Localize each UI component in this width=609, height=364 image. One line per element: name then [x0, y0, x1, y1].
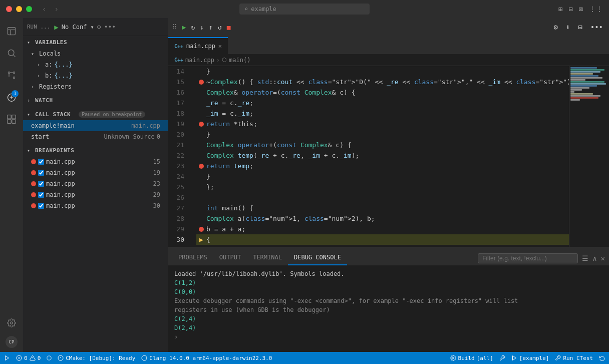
- bp-checkbox-1[interactable]: [38, 170, 44, 176]
- line-gutter-19: [196, 122, 206, 127]
- sidebar-item-search[interactable]: [3, 44, 21, 62]
- split-icon[interactable]: ⊟: [568, 5, 572, 13]
- tab-close-button[interactable]: ✕: [218, 43, 222, 50]
- code-line-17[interactable]: _re = c._re;: [196, 98, 569, 108]
- callstack-item-start[interactable]: start Unknown Source 0: [23, 131, 168, 142]
- svg-point-1: [8, 50, 14, 56]
- continue-button[interactable]: ▶: [180, 22, 188, 32]
- sidebar-item-explorer[interactable]: [3, 22, 21, 40]
- titlebar-actions: ⊞ ⊟ ⊠ ⋮⋮: [558, 5, 603, 13]
- current-line-arrow: ▶: [199, 234, 203, 245]
- breakpoint-4[interactable]: main.cpp 30: [23, 200, 168, 211]
- maximize-button[interactable]: [26, 6, 32, 12]
- code-line-22[interactable]: Complex temp(_re + c._re, _im + c._im);: [196, 150, 569, 161]
- code-content[interactable]: } ~Complex() { std::cout << class="str">…: [192, 66, 569, 247]
- variables-section-header[interactable]: ▾ VARIABLES: [23, 36, 168, 48]
- function-icon: ⬡: [222, 57, 227, 63]
- variable-b[interactable]: › b: {...}: [23, 70, 168, 81]
- breadcrumb: C++ main.cpp › ⬡ main(): [168, 54, 609, 66]
- stop-button[interactable]: ■: [225, 23, 233, 32]
- registers-item[interactable]: › Registers: [23, 81, 168, 92]
- code-line-23[interactable]: return temp;: [196, 161, 569, 171]
- layout-icon[interactable]: ⊞: [558, 5, 562, 13]
- status-cmake[interactable]: CMake: [Debug]: Ready: [58, 355, 135, 361]
- breakpoint-3[interactable]: main.cpp 29: [23, 189, 168, 200]
- code-line-16[interactable]: Complex& operator=(const Complex& c) {: [196, 87, 569, 98]
- status-sync-icon[interactable]: [599, 355, 605, 361]
- debug-config[interactable]: No Conf ▾: [62, 24, 94, 31]
- filter-icon[interactable]: ☰: [582, 254, 588, 262]
- code-editor[interactable]: 1415161718192021222324252627282930 } ~Co…: [168, 66, 609, 247]
- step-into-button[interactable]: ↓: [198, 23, 206, 32]
- status-example[interactable]: [example]: [511, 355, 549, 361]
- debug-more-icon[interactable]: •••: [104, 23, 116, 31]
- close-button[interactable]: [6, 6, 12, 12]
- back-button[interactable]: ‹: [40, 4, 48, 14]
- debug-gear-icon[interactable]: ⚙: [97, 23, 101, 31]
- code-line-27[interactable]: int main() {: [196, 203, 569, 213]
- breadcrumb-symbol[interactable]: ⬡ main(): [222, 57, 250, 64]
- search-bar[interactable]: ⌕ example: [239, 4, 370, 15]
- variable-a[interactable]: › a: {...}: [23, 59, 168, 70]
- code-line-25[interactable]: };: [196, 182, 569, 192]
- download-button[interactable]: ⬇: [564, 22, 572, 32]
- step-over-button[interactable]: ↻: [189, 23, 197, 32]
- locals-item[interactable]: ▾ Locals: [23, 48, 168, 59]
- status-errors[interactable]: 0 0: [16, 355, 41, 361]
- bp-checkbox-0[interactable]: [38, 159, 44, 165]
- code-line-18[interactable]: _im = c._im;: [196, 108, 569, 119]
- tab-debug-console[interactable]: DEBUG CONSOLE: [288, 250, 347, 265]
- panel-icon[interactable]: ⊠: [579, 5, 583, 13]
- bp-checkbox-4[interactable]: [38, 203, 44, 209]
- code-line-20[interactable]: }: [196, 129, 569, 140]
- minimize-button[interactable]: [16, 6, 22, 12]
- callstack-section-header[interactable]: ▾ CALL STACK Paused on breakpoint: [23, 108, 168, 120]
- status-debug-icon[interactable]: [4, 355, 10, 361]
- step-out-button[interactable]: ↑: [207, 23, 215, 32]
- status-clang[interactable]: Clang 14.0.0 arm64-apple-darwin22.3.0: [141, 355, 272, 361]
- panel-filter-input[interactable]: [478, 253, 578, 263]
- console-line-5: C(2,4): [174, 314, 603, 323]
- code-line-28[interactable]: Complex a(class="num">1, class="num">2),…: [196, 213, 569, 224]
- split-editor-button[interactable]: ⊟: [576, 22, 584, 32]
- callstack-item-main[interactable]: example!main main.cpp: [23, 120, 168, 131]
- code-line-15[interactable]: ~Complex() { std::cout << class="str">"D…: [196, 77, 569, 87]
- sidebar-item-extensions[interactable]: [3, 110, 21, 128]
- tab-terminal[interactable]: TERMINAL: [247, 250, 288, 265]
- status-build-icon[interactable]: [499, 355, 505, 361]
- status-run-ctest[interactable]: Run CTest: [555, 355, 593, 361]
- sidebar-item-scm[interactable]: [3, 66, 21, 84]
- collapse-icon[interactable]: ∧: [592, 254, 596, 262]
- settings-icon[interactable]: [3, 314, 21, 332]
- tab-problems[interactable]: PROBLEMS: [172, 250, 213, 265]
- code-line-26[interactable]: [196, 192, 569, 203]
- code-line-19[interactable]: return *this;: [196, 119, 569, 129]
- status-build[interactable]: Build [all]: [450, 355, 493, 361]
- bp-dot-0: [31, 159, 36, 164]
- more-button[interactable]: •••: [588, 22, 605, 32]
- grid-icon[interactable]: ⋮⋮: [589, 5, 603, 13]
- breakpoint-0[interactable]: main.cpp 15: [23, 156, 168, 167]
- console-prompt[interactable]: ›: [174, 332, 603, 341]
- code-line-21[interactable]: Complex operator+(const Complex& c) {: [196, 140, 569, 150]
- restart-button[interactable]: ↺: [216, 23, 224, 32]
- code-line-24[interactable]: }: [196, 171, 569, 182]
- close-panel-button[interactable]: ✕: [601, 254, 605, 262]
- forward-button[interactable]: ›: [52, 4, 60, 14]
- debug-play-button[interactable]: ▶: [54, 23, 58, 31]
- code-line-29[interactable]: b = a + a;: [196, 224, 569, 234]
- bp-checkbox-3[interactable]: [38, 192, 44, 198]
- watch-section-header[interactable]: › WATCH: [23, 94, 168, 106]
- settings-button[interactable]: ⚙: [551, 22, 559, 32]
- breakpoints-section-header[interactable]: ▾ BREAKPOINTS: [23, 144, 168, 156]
- code-line-14[interactable]: }: [196, 66, 569, 77]
- tab-main-cpp[interactable]: C++ main.cpp ✕: [168, 37, 228, 54]
- breadcrumb-file[interactable]: C++ main.cpp: [174, 57, 214, 64]
- bp-checkbox-2[interactable]: [38, 181, 44, 187]
- breakpoint-2[interactable]: main.cpp 23: [23, 178, 168, 189]
- tab-output[interactable]: OUTPUT: [213, 250, 247, 265]
- avatar[interactable]: CP: [6, 336, 18, 348]
- sidebar-item-debug[interactable]: 1: [3, 88, 21, 106]
- code-line-30[interactable]: ▶ {: [196, 234, 569, 245]
- breakpoint-1[interactable]: main.cpp 19: [23, 167, 168, 178]
